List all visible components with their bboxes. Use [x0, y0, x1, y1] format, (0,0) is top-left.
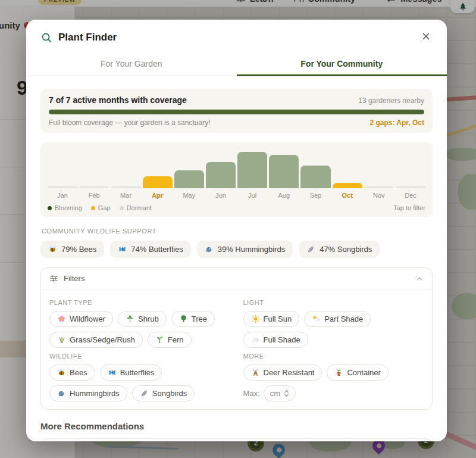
wildlife-badge-label: 74% Butterflies — [131, 245, 183, 254]
filter-chip-shrub[interactable]: Shrub — [118, 311, 167, 327]
filter-chip-full-shade[interactable]: Full Shade — [243, 332, 308, 348]
filter-chip-hummingbirds[interactable]: Hummingbirds — [49, 385, 127, 401]
chip-label: Grass/Sedge/Rush — [70, 335, 135, 344]
close-icon[interactable] — [419, 30, 433, 45]
bar-area — [143, 149, 173, 188]
filter-group-light: LIGHTFull SunPart ShadeFull Shade — [243, 295, 424, 348]
bloom-bar-may — [174, 170, 204, 188]
tab-for-your-community[interactable]: For Your Community — [237, 53, 447, 76]
filter-chip-container[interactable]: Container — [327, 364, 388, 381]
legend-dot-dormant — [120, 206, 124, 210]
bloom-bar-chart: JanFebMarAprMayJunJulAugSepOctNovDec — [48, 149, 425, 199]
bloom-bar-oct — [333, 183, 362, 188]
wildlife-badge-label: 47% Songbirds — [320, 245, 372, 254]
filter-chip-tree[interactable]: Tree — [171, 311, 215, 327]
bloom-bar-jul — [237, 152, 267, 188]
herb-icon — [126, 314, 134, 323]
chip-label: Wildflower — [70, 314, 105, 323]
chip-label: Hummingbirds — [70, 389, 120, 398]
chip-label: Tree — [192, 314, 207, 323]
coverage-progress-fill — [49, 110, 424, 114]
flower-icon — [57, 314, 66, 323]
bar-area — [237, 149, 267, 188]
sun-icon — [251, 314, 260, 323]
month-label: Jan — [48, 192, 77, 199]
recommendations-title: More Recommendations — [40, 421, 433, 431]
bar-area — [111, 149, 140, 188]
bloom-bar-aug — [269, 155, 299, 188]
recommendation-card-black-cohosh[interactable]: Black CohoshActaea racemosaBees — [40, 438, 433, 441]
legend-label: Dormant — [127, 204, 152, 211]
chip-label: Container — [347, 368, 380, 377]
month-label: Apr — [143, 192, 173, 199]
legend-gap: Gap — [91, 204, 111, 211]
part-shade-icon — [312, 314, 321, 323]
bloom-chart-card: JanFebMarAprMayJunJulAugSepOctNovDec Blo… — [40, 142, 433, 217]
bar-area — [48, 149, 77, 188]
filter-chip-bees[interactable]: Bees — [49, 364, 95, 381]
max-unit-stepper[interactable]: cm — [264, 385, 296, 401]
wildlife-support-badges: 79% Bees74% Butterflies39% Hummingbirds4… — [40, 241, 433, 258]
filter-chip-butterflies[interactable]: Butterflies — [100, 364, 162, 381]
legend-dot-blooming — [48, 206, 52, 210]
filters-header[interactable]: Filters — [41, 268, 432, 289]
bar-area — [206, 149, 236, 188]
month-label: Jun — [206, 192, 236, 199]
bar-area — [79, 149, 109, 188]
month-column-aug[interactable]: Aug — [269, 149, 299, 199]
month-label: Mar — [111, 192, 140, 199]
bar-area — [396, 149, 425, 188]
wildlife-badge-label: 39% Hummingbirds — [218, 245, 285, 254]
month-column-sep[interactable]: Sep — [300, 149, 330, 199]
bloom-bar-dec — [396, 186, 425, 188]
plant-finder-modal: Plant Finder For Your GardenFor Your Com… — [26, 20, 447, 441]
month-label: Feb — [79, 192, 109, 199]
filter-chip-part-shade[interactable]: Part Shade — [304, 311, 371, 327]
tab-for-your-garden[interactable]: For Your Garden — [26, 53, 237, 76]
tap-to-filter-hint[interactable]: Tap to filter — [393, 204, 425, 211]
month-column-jun[interactable]: Jun — [206, 149, 236, 199]
filter-chip-grass-sedge-rush[interactable]: Grass/Sedge/Rush — [49, 332, 143, 348]
filters-panel: Filters PLANT TYPEWildflowerShrubTreeGra… — [40, 267, 433, 410]
tree-icon — [179, 314, 188, 323]
chart-legend: BloomingGapDormantTap to filter — [48, 204, 425, 211]
modal-body: 7 of 7 active months with coverage 13 ga… — [26, 76, 447, 441]
max-label: Max: — [243, 389, 260, 398]
chip-label: Fern — [168, 335, 184, 344]
butterfly-icon — [118, 245, 127, 254]
coverage-summary-card: 7 of 7 active months with coverage 13 ga… — [40, 89, 433, 133]
filter-group-label: LIGHT — [243, 299, 424, 306]
wildlife-support-label: COMMUNITY WILDLIFE SUPPORT — [42, 228, 431, 235]
month-column-oct[interactable]: Oct — [333, 149, 362, 199]
month-column-mar[interactable]: Mar — [111, 149, 140, 199]
filter-chip-full-sun[interactable]: Full Sun — [243, 311, 300, 327]
filter-chip-wildflower[interactable]: Wildflower — [49, 311, 113, 327]
month-column-apr[interactable]: Apr — [143, 149, 173, 199]
wildlife-badge-47-songbirds: 47% Songbirds — [299, 241, 380, 258]
chip-label: Full Shade — [264, 335, 300, 344]
bloom-bar-mar — [111, 186, 140, 188]
bee-icon — [57, 368, 66, 377]
filter-group-label: WILDLIFE — [49, 353, 230, 360]
month-column-nov[interactable]: Nov — [364, 149, 394, 199]
month-column-feb[interactable]: Feb — [79, 149, 109, 199]
coverage-title: 7 of 7 active months with coverage — [49, 95, 187, 105]
chip-label: Butterflies — [120, 368, 155, 377]
filter-group-label: PLANT TYPE — [49, 299, 230, 306]
legend-label: Blooming — [55, 204, 82, 211]
wildlife-badge-label: 79% Bees — [61, 245, 96, 254]
chevron-up-icon[interactable] — [415, 275, 424, 283]
month-label: Aug — [269, 192, 299, 199]
filter-group-plant-type: PLANT TYPEWildflowerShrubTreeGrass/Sedge… — [49, 295, 230, 348]
bar-area — [269, 149, 299, 188]
month-column-may[interactable]: May — [174, 149, 204, 199]
month-column-jan[interactable]: Jan — [48, 149, 77, 199]
filter-chip-songbirds[interactable]: Songbirds — [132, 385, 195, 401]
wildlife-badge-74-butterflies: 74% Butterflies — [110, 241, 190, 258]
max-unit-value: cm — [270, 389, 280, 398]
month-column-jul[interactable]: Jul — [237, 149, 267, 199]
filter-chip-deer-resistant[interactable]: Deer Resistant — [243, 364, 322, 381]
month-column-dec[interactable]: Dec — [396, 149, 425, 199]
coverage-subtitle: Full bloom coverage — your garden is a s… — [49, 119, 210, 127]
filter-chip-fern[interactable]: Fern — [148, 332, 192, 348]
